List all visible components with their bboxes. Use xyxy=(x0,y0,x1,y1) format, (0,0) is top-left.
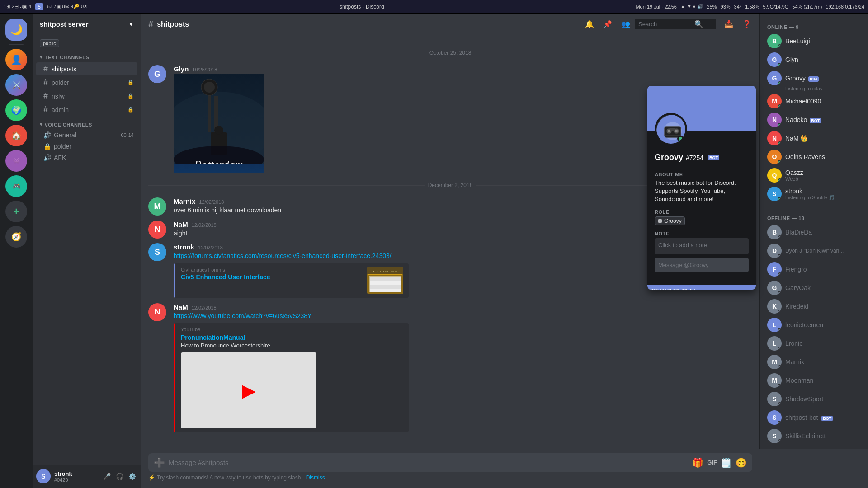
channel-name-general: General xyxy=(54,131,76,139)
server-icon-2[interactable]: ⚔️ xyxy=(5,74,27,96)
member-item-marnix-offline[interactable]: M Marnix xyxy=(764,353,864,371)
member-avatar-shadowsport: S xyxy=(767,392,782,406)
message-author-nam1[interactable]: NaM xyxy=(174,221,188,228)
server-icon-1[interactable]: 👤 xyxy=(5,49,27,70)
civ5-link[interactable]: https://forums.civfanatics.com/resources… xyxy=(174,252,392,259)
profile-avatar[interactable] xyxy=(655,113,687,145)
current-user-avatar[interactable]: S xyxy=(36,469,51,483)
avatar-nam[interactable]: N xyxy=(148,221,166,239)
mute-button[interactable]: 🎤 xyxy=(101,471,112,482)
date-divider-oct25: October 25, 2018 xyxy=(148,50,752,56)
members-button[interactable]: 👥 xyxy=(620,19,631,30)
server-icon-5[interactable]: 👾 xyxy=(5,150,27,172)
lock-icon: 🔒 xyxy=(127,93,134,99)
member-item-qaszz[interactable]: Q Qaszz Weeb xyxy=(764,166,864,184)
pin-button[interactable]: 📌 xyxy=(602,19,613,30)
gif-button[interactable]: GIF xyxy=(707,459,717,466)
member-item-nam[interactable]: N NaM 👑 xyxy=(764,129,864,147)
channel-item-polder-voice[interactable]: 🔒 polder xyxy=(36,141,137,152)
member-item-beeluigi[interactable]: B BeeLuigi xyxy=(764,32,864,50)
member-item-lronic[interactable]: L Lronic xyxy=(764,334,864,352)
member-item-fiengro[interactable]: F Fiengro xyxy=(764,260,864,278)
sticker-button[interactable]: 🗒️ xyxy=(721,457,732,468)
avatar-marnix[interactable]: M xyxy=(148,197,166,216)
channel-name-shitposts: shitposts xyxy=(52,66,76,73)
message-profile-input[interactable]: Message @Groovy xyxy=(655,258,749,272)
embed-title[interactable]: Civ5 Enhanced User Interface xyxy=(181,273,360,281)
member-item-shitpostbot[interactable]: S shitpost-bot BOT xyxy=(764,408,864,427)
message-author-glyn[interactable]: Glyn xyxy=(174,65,189,73)
yt-channel[interactable]: PronunciationManual xyxy=(181,334,403,341)
explore-servers-button[interactable]: 🧭 xyxy=(5,226,27,248)
help-button[interactable]: ❓ xyxy=(741,19,752,30)
channel-item-polder[interactable]: # polder 🔒 xyxy=(36,76,137,89)
chevron-down-icon: ▾ xyxy=(40,54,43,60)
yt-thumbnail: ▶ xyxy=(181,352,316,428)
taskbar-discord-btn[interactable]: 5 xyxy=(35,3,43,10)
server-icon-6[interactable]: 🎮 xyxy=(5,175,27,197)
member-item-stronk[interactable]: S stronk Listening to Spotify 🎵 xyxy=(764,185,864,203)
status-dot xyxy=(778,402,782,406)
avatar-stronk[interactable]: S xyxy=(148,243,166,261)
message-profile-placeholder: Message @Groovy xyxy=(658,262,708,268)
member-item-glyn[interactable]: G Glyn xyxy=(764,51,864,69)
right-panel: ONLINE — 9 B BeeLuigi G Glyn xyxy=(760,14,868,449)
member-item-groovy[interactable]: G Groovy true xyxy=(764,69,864,87)
role-name: Groovy xyxy=(664,218,682,224)
member-item-skillise[interactable]: S SkillisEclainett xyxy=(764,427,864,445)
channel-name-afk: AFK xyxy=(54,154,66,161)
voice-channels-header[interactable]: ▾ VOICE CHANNELS xyxy=(33,120,141,129)
member-name-bladieda: BlaDieDa xyxy=(785,229,812,236)
channel-item-general-voice[interactable]: 🔊 General 00 14 xyxy=(36,130,137,141)
avatar-placeholder: N xyxy=(148,303,166,321)
message-author-marnix[interactable]: Marnix xyxy=(174,197,195,205)
member-item-bladieda[interactable]: B BlaDieDa xyxy=(764,223,864,241)
search-input[interactable] xyxy=(638,21,693,28)
member-avatar-skillise: S xyxy=(767,429,782,443)
channel-item-afk[interactable]: 🔊 AFK xyxy=(36,152,137,163)
emoji-button[interactable]: 😊 xyxy=(736,457,747,468)
avatar-glyn[interactable]: G xyxy=(148,65,166,83)
message-author-stronk[interactable]: stronk xyxy=(174,243,194,251)
member-item-dyon[interactable]: D Dyon J "Don Kiwi" van... xyxy=(764,242,864,260)
avatar-nam2[interactable]: N xyxy=(148,303,166,321)
member-item-odins[interactable]: O Odins Ravens xyxy=(764,148,864,166)
search-bar[interactable]: 🔍 xyxy=(635,19,716,29)
channel-item-nsfw[interactable]: # nsfw 🔒 xyxy=(36,89,137,103)
lock-icon: 🔒 xyxy=(127,80,134,85)
message-author-nam2[interactable]: NaM xyxy=(174,303,188,311)
svg-rect-15 xyxy=(370,277,401,281)
member-item-michael[interactable]: M Michael0090 xyxy=(764,92,864,110)
member-item-shadowsport[interactable]: S ShadowSport xyxy=(764,390,864,408)
member-item-moonman[interactable]: M Moonman xyxy=(764,371,864,389)
youtube-link[interactable]: https://www.youtube.com/watch?v=6usx5vS2… xyxy=(174,312,311,319)
note-field[interactable]: Click to add a note xyxy=(655,238,749,254)
member-item-garyoak[interactable]: G GaryOak xyxy=(764,279,864,297)
member-name-shadowsport: ShadowSport xyxy=(785,395,823,403)
member-item-kiredeid[interactable]: K Kiredeid xyxy=(764,297,864,315)
channel-name-nsfw: nsfw xyxy=(52,93,65,100)
add-file-button[interactable]: ➕ xyxy=(154,457,165,468)
member-item-leoniet[interactable]: L leonietoemen xyxy=(764,316,864,334)
text-channels-header[interactable]: ▾ TEXT CHANNELS xyxy=(33,52,141,62)
chat-input[interactable] xyxy=(169,453,689,472)
server-header[interactable]: shitpost server ▼ xyxy=(33,14,141,35)
gift-button[interactable]: 🎁 xyxy=(692,457,703,468)
server-icon-home[interactable]: 🌙 xyxy=(5,19,27,41)
member-item-nadeko[interactable]: N Nadeko BOT xyxy=(764,111,864,129)
hash-icon: # xyxy=(43,91,48,101)
channel-item-admin[interactable]: # admin 🔒 xyxy=(36,103,137,116)
server-icon-4[interactable]: 🏠 xyxy=(5,125,27,146)
inbox-button[interactable]: 📥 xyxy=(723,19,734,30)
chat-channel-name: shitposts xyxy=(157,20,189,28)
add-server-button[interactable]: + xyxy=(5,201,27,222)
deafen-button[interactable]: 🎧 xyxy=(114,471,125,482)
channel-item-shitposts[interactable]: # shitposts xyxy=(36,62,137,75)
bell-button[interactable]: 🔔 xyxy=(584,19,595,30)
settings-button[interactable]: ⚙️ xyxy=(127,471,137,482)
svg-point-5 xyxy=(204,82,215,93)
speaker-icon: 🔊 xyxy=(43,154,51,161)
dismiss-button[interactable]: Dismiss xyxy=(306,474,325,481)
member-avatar-nam: N xyxy=(767,131,782,145)
server-icon-3[interactable]: 🌍 xyxy=(5,99,27,121)
